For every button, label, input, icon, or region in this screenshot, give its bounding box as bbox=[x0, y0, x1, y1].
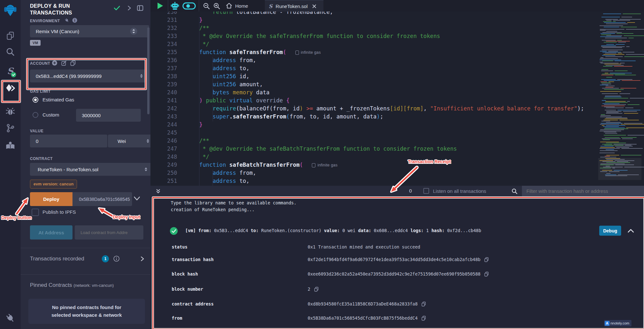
home-icon bbox=[226, 2, 233, 9]
environment-toggle-icon[interactable] bbox=[130, 27, 138, 35]
ai-toggle-switch[interactable] bbox=[182, 2, 196, 10]
add-account-icon[interactable] bbox=[52, 60, 57, 66]
edit-account-icon[interactable] bbox=[61, 60, 67, 66]
tab-home[interactable]: Home bbox=[226, 2, 248, 9]
at-address-button[interactable]: At Address bbox=[30, 225, 72, 240]
receipt-row-value: 0xee6093d236c02a52a450ea73952d3dd942c9e2… bbox=[308, 271, 489, 277]
line-number: 247 bbox=[150, 146, 177, 154]
transactions-info-icon[interactable] bbox=[113, 256, 120, 262]
estimated-gas-label: Estimated Gas bbox=[43, 97, 74, 102]
activity-bar: S bbox=[0, 0, 21, 329]
environment-select[interactable]: Remix VM (Cancun) bbox=[30, 25, 149, 37]
receipt-row-value: 0x1 Transaction mined and execution succ… bbox=[308, 244, 420, 249]
debugger-icon[interactable] bbox=[0, 106, 21, 117]
code-line: * @dev Override the safeTransferFrom fun… bbox=[186, 33, 596, 41]
debug-button[interactable]: Debug bbox=[599, 226, 621, 236]
custom-gas-input[interactable] bbox=[76, 113, 141, 118]
toolbar-separator bbox=[199, 0, 199, 12]
remix-logo-icon[interactable] bbox=[0, 3, 21, 17]
zoom-out-icon[interactable] bbox=[203, 2, 210, 10]
collapse-receipt-icon[interactable] bbox=[628, 229, 634, 233]
minimap-slider[interactable] bbox=[598, 158, 641, 180]
plugin-manager-icon[interactable] bbox=[0, 313, 21, 323]
listen-transactions-checkbox[interactable] bbox=[423, 188, 429, 194]
at-address-input[interactable] bbox=[75, 230, 143, 235]
receipt-row-label: block number bbox=[172, 287, 203, 292]
vm-badge: VM bbox=[30, 40, 41, 46]
panel-check-icon bbox=[113, 5, 120, 11]
transactions-expand-icon[interactable] bbox=[140, 256, 144, 261]
plug-icon[interactable] bbox=[64, 18, 69, 23]
value-label: VALUE bbox=[30, 129, 43, 133]
panel-scrollbar[interactable] bbox=[147, 27, 149, 114]
pinned-contracts-title: Pinned Contracts (network: vm-cancun) bbox=[30, 282, 114, 288]
environment-info-icon[interactable]: i bbox=[72, 18, 77, 23]
estimated-gas-radio[interactable] bbox=[33, 97, 38, 103]
code-line: address to, bbox=[186, 65, 596, 73]
evm-version-badge: evm version: cancun bbox=[30, 180, 77, 189]
code-line: address from, bbox=[186, 57, 596, 65]
line-number: 236 bbox=[150, 57, 177, 65]
solidity-compiler-icon[interactable]: S bbox=[0, 64, 21, 79]
pending-tx-count: 0 bbox=[409, 188, 412, 193]
panel-expand-icon[interactable] bbox=[127, 5, 131, 11]
copy-account-icon[interactable] bbox=[70, 60, 76, 66]
listen-transactions-label: Listen on all transactions bbox=[433, 188, 486, 194]
annotation-deploy-input: Deploy Input bbox=[113, 214, 140, 220]
deploy-expand-icon[interactable] bbox=[134, 196, 140, 201]
close-tab-icon[interactable] bbox=[312, 4, 316, 8]
custom-gas-radio[interactable] bbox=[33, 112, 38, 118]
toolbar-separator bbox=[168, 0, 168, 12]
copy-icon[interactable] bbox=[314, 287, 319, 292]
copy-icon[interactable] bbox=[484, 257, 489, 262]
receipt-row-label: from bbox=[172, 315, 182, 321]
terminal-line: Type the library name to see available c… bbox=[171, 200, 296, 205]
publish-ipfs-checkbox[interactable] bbox=[32, 209, 39, 216]
terminal: Type the library name to see available c… bbox=[150, 196, 644, 329]
copy-icon[interactable] bbox=[484, 272, 489, 277]
contract-select[interactable]: RuneToken - RuneToken.sol bbox=[30, 163, 151, 176]
search-icon[interactable] bbox=[0, 47, 21, 57]
line-number: 238 bbox=[150, 73, 177, 81]
tx-summary-line[interactable]: [vm] from: 0x5B3...eddC4 to: RuneToken.(… bbox=[185, 228, 481, 233]
solidity-file-icon: S bbox=[269, 3, 273, 9]
deploy-button[interactable]: Deploy bbox=[30, 192, 72, 206]
code-line: address to, bbox=[186, 178, 596, 186]
terminal-filter-input[interactable] bbox=[522, 186, 644, 196]
watermark: A nnotely.com bbox=[604, 320, 631, 326]
line-number: 251 bbox=[150, 178, 177, 186]
code-line: super.safeTransferFrom(from, to, id, amo… bbox=[186, 113, 596, 121]
line-number: 230 bbox=[150, 12, 177, 17]
value-input-wrap bbox=[30, 135, 107, 147]
source-control-icon[interactable] bbox=[0, 123, 21, 133]
deploy-input[interactable] bbox=[72, 197, 132, 202]
deploy-and-run-icon[interactable] bbox=[0, 83, 21, 94]
tab-runetoken-sol[interactable]: S RuneToken.sol bbox=[265, 0, 323, 12]
code-line: ) public virtual override { bbox=[186, 97, 596, 105]
learn-plugin-icon[interactable] bbox=[0, 141, 21, 151]
value-unit-select[interactable]: Wei bbox=[108, 135, 153, 147]
account-select[interactable]: 0x5B3...eddC4 (99.999999999 bbox=[30, 70, 147, 82]
code-line: } bbox=[186, 17, 596, 25]
terminal-search-icon[interactable] bbox=[511, 188, 518, 194]
line-number: 241 bbox=[150, 97, 177, 105]
tx-success-icon bbox=[170, 227, 178, 235]
custom-gas-label: Custom bbox=[43, 112, 59, 118]
line-number: 235 bbox=[150, 49, 177, 57]
copy-icon[interactable] bbox=[421, 302, 426, 306]
file-explorer-icon[interactable] bbox=[0, 31, 21, 41]
run-script-icon[interactable] bbox=[158, 3, 163, 9]
receipt-row-value: 0x5B38Da6a701c568545dCfcB03FcB875f56bedd… bbox=[308, 315, 426, 321]
code-line: */ bbox=[186, 154, 596, 162]
code-editor[interactable]: 2302312322332342352362372382392402412422… bbox=[150, 12, 644, 186]
code-line: address from, bbox=[186, 170, 596, 178]
code-line: */ bbox=[186, 41, 596, 49]
account-select-arrows-icon bbox=[140, 74, 143, 78]
zoom-in-icon[interactable] bbox=[213, 2, 221, 10]
panel-layout-icon[interactable] bbox=[137, 5, 143, 11]
value-input[interactable] bbox=[30, 138, 107, 144]
line-numbers: 2302312322332342352362372382392402412422… bbox=[150, 12, 177, 186]
copy-icon[interactable] bbox=[421, 316, 426, 321]
ai-assistant-icon[interactable] bbox=[170, 2, 180, 11]
collapse-terminal-icon[interactable] bbox=[156, 188, 161, 194]
